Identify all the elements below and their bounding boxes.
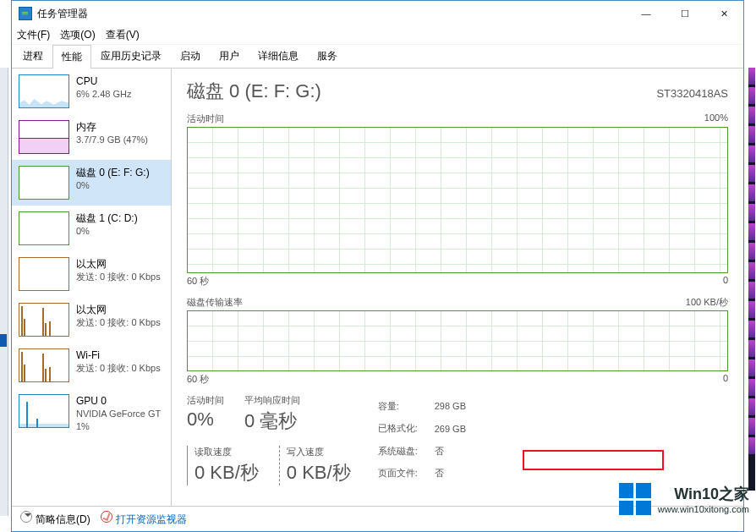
- capacity-value: 298 GB: [435, 396, 481, 417]
- sidebar: CPU6% 2.48 GHz 内存3.7/7.9 GB (47%) 磁盘 0 (…: [12, 69, 172, 506]
- tab-details[interactable]: 详细信息: [249, 44, 308, 68]
- ethernet-thumb-icon: [19, 257, 69, 291]
- write-speed-value: 0 KB/秒: [287, 460, 351, 485]
- sidebar-item-cpu[interactable]: CPU6% 2.48 GHz: [12, 69, 171, 114]
- disk-thumb-icon: [19, 211, 69, 245]
- disk-thumb-icon: [19, 166, 69, 200]
- memory-thumb-icon: [19, 120, 69, 154]
- main-panel: 磁盘 0 (E: F: G:) ST3320418AS 活动时间100% 60 …: [172, 69, 743, 506]
- brief-info-toggle[interactable]: 简略信息(D): [20, 511, 90, 527]
- menu-view[interactable]: 查看(V): [106, 28, 140, 42]
- task-manager-window: 任务管理器 — ☐ ✕ 文件(F) 选项(O) 查看(V) 进程 性能 应用历史…: [11, 0, 744, 532]
- graph2-max: 100 KB/秒: [686, 296, 728, 309]
- tab-bar: 进程 性能 应用历史记录 启动 用户 详细信息 服务: [12, 45, 743, 69]
- menubar: 文件(F) 选项(O) 查看(V): [12, 26, 743, 45]
- tab-apphistory[interactable]: 应用历史记录: [91, 44, 171, 68]
- tab-services[interactable]: 服务: [308, 44, 347, 68]
- sidebar-item-ethernet-1[interactable]: 以太网发送: 0 接收: 0 Kbps: [12, 251, 171, 297]
- ethernet-thumb-icon: [19, 303, 69, 337]
- activity-graph: [187, 127, 728, 273]
- active-time-value: 0%: [187, 409, 224, 431]
- minimize-button[interactable]: —: [627, 1, 666, 26]
- windows-logo-icon: [619, 483, 651, 515]
- wifi-thumb-icon: [19, 348, 69, 382]
- sidebar-item-memory[interactable]: 内存3.7/7.9 GB (47%): [12, 114, 171, 160]
- menu-file[interactable]: 文件(F): [17, 28, 50, 42]
- page-title: 磁盘 0 (E: F: G:): [187, 79, 321, 104]
- sidebar-item-disk0[interactable]: 磁盘 0 (E: F: G:)0%: [12, 160, 171, 206]
- watermark: Win10之家 www.win10xitong.com: [619, 483, 749, 515]
- menu-options[interactable]: 选项(O): [60, 28, 95, 42]
- close-button[interactable]: ✕: [704, 1, 743, 26]
- open-resmon-link[interactable]: 打开资源监视器: [101, 511, 187, 527]
- window-title: 任务管理器: [37, 7, 88, 21]
- app-icon: [19, 7, 32, 20]
- cpu-thumb-icon: [19, 74, 69, 108]
- read-speed-value: 0 KB/秒: [194, 460, 259, 485]
- sidebar-item-wifi[interactable]: Wi-Fi发送: 0 接收: 0 Kbps: [12, 343, 171, 388]
- sidebar-item-disk1[interactable]: 磁盘 1 (C: D:)0%: [12, 206, 171, 251]
- resmon-icon: [101, 511, 112, 523]
- sidebar-item-gpu[interactable]: GPU 0NVIDIA GeForce GT1%: [12, 388, 171, 439]
- graph1-label: 活动时间: [187, 112, 224, 125]
- sysdisk-value: 否: [435, 441, 481, 462]
- tab-processes[interactable]: 进程: [14, 44, 52, 68]
- disk-model: ST3320418AS: [656, 87, 728, 100]
- tab-users[interactable]: 用户: [210, 44, 249, 68]
- formatted-value: 269 GB: [435, 419, 481, 440]
- chevron-down-icon: [20, 511, 32, 523]
- sidebar-item-ethernet-2[interactable]: 以太网发送: 0 接收: 0 Kbps: [12, 297, 171, 343]
- pagefile-value: 否: [435, 463, 481, 485]
- response-time-value: 0 毫秒: [244, 409, 300, 434]
- maximize-button[interactable]: ☐: [666, 1, 704, 26]
- tab-startup[interactable]: 启动: [171, 44, 210, 68]
- disk-info-table: 容量:298 GB 已格式化:269 GB 系统磁盘:否 页面文件:否: [376, 394, 483, 485]
- transfer-graph: [187, 310, 728, 371]
- graph2-label: 磁盘传输速率: [187, 296, 243, 309]
- titlebar[interactable]: 任务管理器 — ☐ ✕: [12, 1, 743, 26]
- tab-performance[interactable]: 性能: [52, 45, 91, 69]
- gpu-thumb-icon: [19, 394, 69, 428]
- graph1-max: 100%: [704, 112, 728, 125]
